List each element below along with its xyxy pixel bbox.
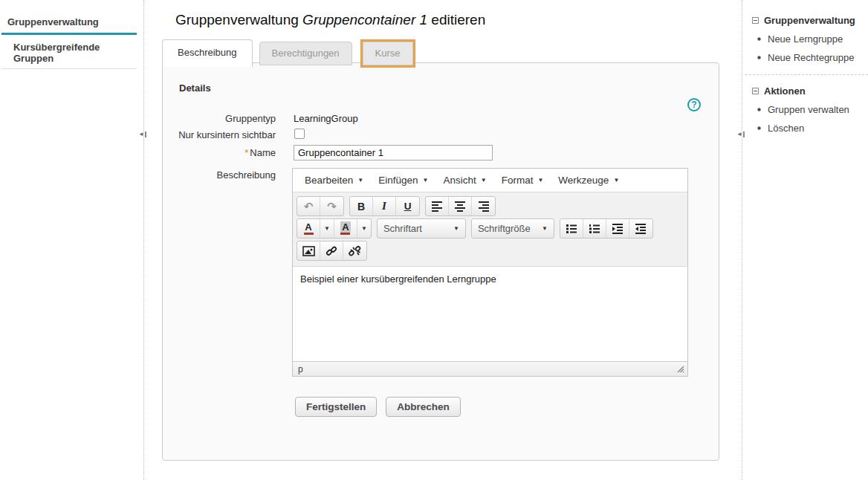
sidebar-item-gruppenverwaltung[interactable]: Gruppenverwaltung <box>1 12 137 35</box>
bold-button[interactable]: B <box>350 197 373 215</box>
forecolor-letter: A <box>305 221 311 233</box>
right-sidebar: Gruppenverwaltung Neue Lerngruppe Neue R… <box>745 0 868 134</box>
link-label: Löschen <box>768 123 804 134</box>
editor-statusbar: p <box>293 361 687 376</box>
name-input[interactable] <box>294 145 493 160</box>
resize-grip-icon[interactable] <box>676 365 684 373</box>
chevron-down-icon: ▼ <box>613 177 619 184</box>
underline-button[interactable]: U <box>396 197 419 215</box>
menu-ansicht[interactable]: Ansicht▼ <box>435 171 493 189</box>
align-right-icon[interactable] <box>472 197 495 215</box>
section-header-aktionen[interactable]: Aktionen <box>752 85 868 97</box>
italic-button[interactable]: I <box>373 197 396 215</box>
help-icon[interactable]: ? <box>687 98 701 111</box>
outdent-icon[interactable] <box>629 219 652 238</box>
menu-label: Werkzeuge <box>558 175 609 186</box>
text-color-dropdown-icon[interactable]: ▼ <box>320 219 334 238</box>
section-title: Gruppenverwaltung <box>764 15 855 26</box>
background-color-dropdown-icon[interactable]: ▼ <box>357 219 371 238</box>
collapse-right-panel-icon[interactable]: ◄ <box>736 131 745 137</box>
chevron-down-icon: ▼ <box>357 177 363 184</box>
font-size-select[interactable]: Schriftgröße▼ <box>471 218 554 239</box>
link-label: Gruppen verwalten <box>768 104 849 115</box>
menu-format[interactable]: Format▼ <box>494 171 551 189</box>
link-label: Neue Rechtegruppe <box>768 52 854 63</box>
title-emphasis: Gruppencontainer 1 <box>302 12 427 27</box>
title-prefix: Gruppenverwaltung <box>175 12 299 27</box>
menu-label: Einfügen <box>378 175 418 186</box>
section-title: Aktionen <box>764 85 806 97</box>
menu-werkzeuge[interactable]: Werkzeuge▼ <box>551 171 626 189</box>
align-center-icon[interactable] <box>449 197 472 215</box>
chevron-down-icon: ▼ <box>423 177 429 184</box>
beschreibung-label: Beschreibung <box>163 169 276 181</box>
text-color-button[interactable]: A <box>297 219 320 238</box>
tab-bar: Beschreibung Berechtigungen Kurse <box>162 39 415 66</box>
gruppentyp-label: Gruppentyp <box>163 113 276 124</box>
section-header-gruppenverwaltung[interactable]: Gruppenverwaltung <box>752 15 868 26</box>
kursintern-sichtbar-label: Nur kursintern sichtbar <box>163 129 276 140</box>
tab-kurse-highlight-box: Kurse <box>360 39 415 68</box>
name-label-text: Name <box>250 147 276 158</box>
editor-content[interactable]: Beispiel einer kursübergreifenden Lerngr… <box>293 267 687 361</box>
insert-link-icon[interactable] <box>320 241 343 260</box>
menu-label: Bearbeiten <box>305 175 353 186</box>
required-marker: * <box>244 147 248 158</box>
tab-label: Kurse <box>375 48 401 59</box>
section-aktionen: Aktionen Gruppen verwalten Löschen <box>752 85 868 134</box>
chevron-down-icon: ▼ <box>481 177 487 184</box>
page-title: Gruppenverwaltung Gruppencontainer 1 edi… <box>175 12 485 28</box>
fertigstellen-button[interactable]: Fertigstellen <box>295 397 377 417</box>
tab-label: Berechtigungen <box>272 48 340 59</box>
left-panel-divider: ◄ <box>143 0 144 480</box>
indent-icon[interactable] <box>606 219 629 238</box>
collapse-box-icon <box>752 88 759 94</box>
chevron-down-icon: ▼ <box>453 225 459 232</box>
editor-menubar: Bearbeiten▼ Einfügen▼ Ansicht▼ Format▼ W… <box>293 169 687 192</box>
tab-label: Beschreibung <box>178 47 237 58</box>
link-neue-lerngruppe[interactable]: Neue Lerngruppe <box>757 33 868 45</box>
gruppentyp-value: LearningGroup <box>294 113 358 124</box>
tab-berechtigungen[interactable]: Berechtigungen <box>259 42 352 65</box>
undo-icon[interactable]: ↶ <box>297 197 320 215</box>
page: Gruppenverwaltung Kursübergreifende Grup… <box>0 0 868 480</box>
section-gruppenverwaltung: Gruppenverwaltung Neue Lerngruppe Neue R… <box>752 15 868 63</box>
link-neue-rechtegruppe[interactable]: Neue Rechtegruppe <box>757 52 868 63</box>
element-path[interactable]: p <box>298 364 303 374</box>
title-suffix: editieren <box>431 12 485 27</box>
sidebar-item-kursuebergreifende-gruppen[interactable]: Kursübergreifende Gruppen <box>1 35 137 69</box>
details-heading: Details <box>179 82 211 94</box>
redo-icon[interactable]: ↷ <box>320 197 343 215</box>
bullet-icon <box>757 37 761 41</box>
section-divider <box>745 74 868 75</box>
font-family-select[interactable]: Schriftart▼ <box>377 218 466 239</box>
editor-toolbar: ↶ ↷ B I U <box>293 192 687 267</box>
tab-beschreibung[interactable]: Beschreibung <box>162 39 253 67</box>
remove-link-icon[interactable] <box>343 241 366 260</box>
font-size-label: Schriftgröße <box>478 223 531 234</box>
tab-kurse[interactable]: Kurse <box>363 42 413 65</box>
kursintern-sichtbar-checkbox[interactable] <box>294 129 305 139</box>
menu-bearbeiten[interactable]: Bearbeiten▼ <box>297 171 371 189</box>
backcolor-letter: A <box>340 221 350 233</box>
name-label: *Name <box>163 147 276 158</box>
bullet-icon <box>757 108 761 111</box>
menu-einfuegen[interactable]: Einfügen▼ <box>371 171 435 189</box>
form-buttons: Fertigstellen Abbrechen <box>295 397 461 417</box>
numbered-list-icon[interactable] <box>583 219 606 238</box>
insert-image-icon[interactable] <box>297 241 320 260</box>
sidebar-item-label: Kursübergreifende Gruppen <box>13 42 100 64</box>
left-sidebar: Gruppenverwaltung Kursübergreifende Grup… <box>0 0 141 69</box>
bullet-icon <box>757 126 761 130</box>
align-left-icon[interactable] <box>426 197 449 215</box>
abbrechen-button[interactable]: Abbrechen <box>386 397 461 417</box>
bullet-list-icon[interactable] <box>560 219 583 238</box>
link-label: Neue Lerngruppe <box>768 33 843 45</box>
collapse-left-panel-icon[interactable]: ◄ <box>138 131 146 137</box>
background-color-button[interactable]: A <box>334 219 357 238</box>
sidebar-item-label: Gruppenverwaltung <box>7 16 99 27</box>
chevron-down-icon: ▼ <box>537 177 543 184</box>
link-loeschen[interactable]: Löschen <box>757 123 868 134</box>
link-gruppen-verwalten[interactable]: Gruppen verwalten <box>757 104 868 115</box>
menu-label: Ansicht <box>443 175 476 186</box>
